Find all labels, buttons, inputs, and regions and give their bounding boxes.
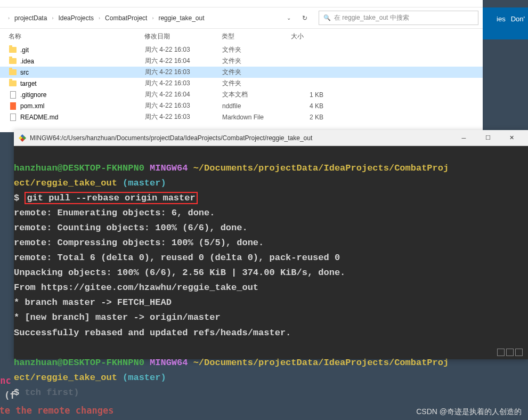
breadcrumb-item[interactable]: CombatProject: [103, 13, 149, 23]
tray-icon: [515, 349, 523, 356]
search-placeholder: 在 reggie_take_out 中搜索: [334, 13, 409, 22]
terminal-output-line: * branch master -> FETCH_HEAD: [14, 295, 528, 310]
cursor-fragment: tch first): [25, 387, 79, 398]
search-input[interactable]: 🔍 在 reggie_take_out 中搜索: [319, 11, 478, 25]
terminal-output-line: remote: Counting objects: 100% (6/6), do…: [14, 221, 528, 236]
file-size: 4 KB: [291, 102, 334, 110]
prompt-path-cont: ect/reggie_take_out: [14, 178, 117, 188]
column-name[interactable]: 名称: [9, 32, 144, 41]
tray-icon: [497, 349, 505, 356]
terminal-title: MINGW64:/c/Users/hanzhuan/Documents/proj…: [30, 134, 452, 142]
file-date: 周六 4-22 16:03: [145, 79, 222, 88]
breadcrumb-item[interactable]: projectData: [12, 13, 49, 23]
prompt-branch: (master): [123, 373, 166, 383]
file-date: 周六 4-22 16:03: [145, 68, 222, 77]
file-name: src: [20, 69, 145, 76]
prompt-path: ~/Documents/projectData/IdeaProjects/Com…: [193, 163, 449, 173]
file-row[interactable]: pom.xml周六 4-22 16:03nddfile4 KB: [0, 100, 483, 111]
folder-icon: [9, 79, 17, 88]
file-type: 文件夹: [222, 79, 291, 88]
prompt-user: hanzhuan@DESKTOP-FKHNPN0: [14, 163, 144, 173]
file-date: 周六 4-22 16:03: [145, 112, 222, 122]
file-name: .git: [20, 46, 145, 54]
file-row[interactable]: .git周六 4-22 16:03文件夹: [0, 44, 483, 55]
file-row[interactable]: target周六 4-22 16:03文件夹: [0, 78, 483, 89]
file-icon: [9, 91, 17, 99]
prompt-dollar: $: [14, 193, 25, 203]
chevron-right-icon: ›: [150, 15, 155, 21]
file-row[interactable]: .gitignore周六 4-22 16:04文本文档1 KB: [0, 89, 483, 100]
file-type: 文本文档: [222, 90, 291, 99]
breadcrumb-item[interactable]: IdeaProjects: [56, 13, 96, 23]
markdown-file-icon: [9, 113, 17, 122]
browser-tab-fragment: ies Don': [483, 7, 528, 39]
explorer-toolbar: › projectData › IdeaProjects › CombatPro…: [0, 7, 483, 28]
close-button[interactable]: ✕: [500, 131, 524, 146]
folder-icon: [9, 46, 17, 54]
file-name: .idea: [20, 58, 145, 65]
file-date: 周六 4-22 16:04: [145, 90, 222, 99]
prompt-branch: (master): [123, 178, 166, 188]
xml-file-icon: [9, 102, 17, 110]
tray-icon: [506, 349, 514, 356]
file-name: pom.xml: [20, 102, 145, 110]
file-row[interactable]: src周六 4-22 16:03文件夹: [0, 67, 483, 78]
tab-text-fragment: Don': [511, 15, 525, 23]
file-row[interactable]: README.md周六 4-22 16:03Markdown File2 KB: [0, 111, 483, 123]
file-date: 周六 4-22 16:03: [145, 101, 222, 110]
prompt-dollar: $: [14, 387, 25, 398]
mingw-icon: [18, 134, 27, 142]
file-type: 文件夹: [222, 45, 291, 54]
terminal-output-line: remote: Enumerating objects: 6, done.: [14, 206, 528, 221]
refresh-button[interactable]: ↻: [298, 12, 311, 25]
explorer-menu-strip: [0, 0, 483, 7]
file-type: 文件夹: [222, 56, 291, 66]
chevron-right-icon: ›: [97, 15, 102, 21]
file-name: target: [20, 80, 145, 87]
column-size[interactable]: 大小: [291, 32, 334, 41]
search-icon: 🔍: [323, 14, 331, 21]
git-command-highlighted: git pull --rebase origin master: [25, 192, 197, 204]
file-type: nddfile: [222, 102, 291, 110]
bg-terminal-text: rate the remote changes: [0, 403, 113, 418]
prompt-user: hanzhuan@DESKTOP-FKHNPN0: [14, 358, 144, 368]
watermark: CSDN @奇迹是执着的人创造的: [416, 407, 522, 417]
file-type: 文件夹: [222, 68, 291, 77]
tray-icons: [497, 349, 523, 356]
prompt-path: ~/Documents/projectData/IdeaProjects/Com…: [193, 358, 449, 368]
chevron-right-icon: ›: [50, 15, 55, 21]
terminal-output-line: Unpacking objects: 100% (6/6), 2.56 KiB …: [14, 265, 528, 280]
chevron-right-icon: ›: [6, 15, 11, 21]
file-list: .git周六 4-22 16:03文件夹.idea周六 4-22 16:04文件…: [0, 44, 483, 123]
breadcrumb[interactable]: › projectData › IdeaProjects › CombatPro…: [4, 12, 295, 24]
prompt-path-cont: ect/reggie_take_out: [14, 373, 117, 383]
column-headers: 名称 修改日期 类型 大小: [0, 28, 483, 44]
file-name: .gitignore: [20, 91, 145, 99]
file-size: 1 KB: [291, 91, 334, 99]
terminal-output-line: remote: Total 6 (delta 0), reused 0 (del…: [14, 251, 528, 265]
terminal-output-line: Successfully rebased and updated refs/he…: [14, 326, 528, 341]
prompt-env: MINGW64: [150, 358, 188, 368]
prompt-env: MINGW64: [150, 163, 188, 173]
file-row[interactable]: .idea周六 4-22 16:04文件夹: [0, 55, 483, 67]
breadcrumb-item[interactable]: reggie_take_out: [156, 13, 206, 23]
file-date: 周六 4-22 16:04: [145, 56, 222, 66]
file-size: 2 KB: [291, 114, 334, 121]
bg-terminal-text: anc: [0, 373, 11, 388]
file-explorer-window: › projectData › IdeaProjects › CombatPro…: [0, 0, 483, 132]
file-name: README.md: [20, 114, 145, 121]
minimize-button[interactable]: ─: [452, 131, 476, 146]
chevron-down-icon[interactable]: ⌄: [285, 15, 293, 21]
folder-icon: [9, 57, 17, 66]
terminal-output-line: * [new branch] master -> origin/master: [14, 310, 528, 325]
file-date: 周六 4-22 16:03: [145, 45, 222, 54]
column-date[interactable]: 修改日期: [144, 32, 222, 41]
column-type[interactable]: 类型: [222, 32, 291, 41]
file-type: Markdown File: [222, 114, 291, 121]
terminal-window: MINGW64:/c/Users/hanzhuan/Documents/proj…: [14, 130, 528, 359]
folder-icon: [9, 68, 17, 77]
terminal-output-line: remote: Compressing objects: 100% (5/5),…: [14, 236, 528, 251]
maximize-button[interactable]: ☐: [476, 131, 500, 146]
terminal-titlebar[interactable]: MINGW64:/c/Users/hanzhuan/Documents/proj…: [14, 130, 528, 146]
terminal-body[interactable]: hanzhuan@DESKTOP-FKHNPN0 MINGW64 ~/Docum…: [14, 146, 528, 400]
